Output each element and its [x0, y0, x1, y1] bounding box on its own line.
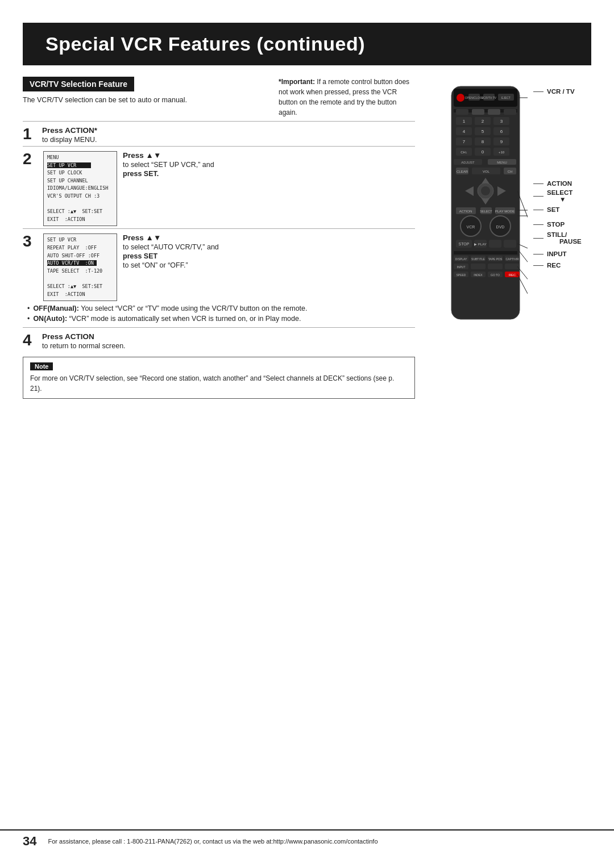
- bullet-on: ON(Auto): “VCR” mode is automatically se…: [23, 315, 415, 323]
- step-4-title: Press ACTION: [42, 332, 415, 341]
- step-2-press-sub1: to select “SET UP VCR,” and: [123, 161, 415, 169]
- label-vcr-tv: VCR / TV: [533, 88, 582, 95]
- step-2: 2 MENU SET UP VCR SET UP CLOCK SET UP CH…: [23, 146, 415, 226]
- step-2-number: 2: [23, 151, 36, 167]
- svg-text:SPEED: SPEED: [457, 273, 466, 277]
- note-text: For more on VCR/TV selection, see “Recor…: [30, 373, 408, 394]
- svg-text:CH↓: CH↓: [460, 151, 467, 154]
- step-2-press-sub2: press SET.: [123, 170, 415, 178]
- important-label: *Important:: [279, 78, 315, 86]
- svg-text:4: 4: [463, 129, 466, 134]
- footer: 34 For assistance, please call : 1-800-2…: [0, 829, 614, 852]
- step-3-screen: SET UP VCR REPEAT PLAY :OFF AUTO SHUT-OF…: [43, 233, 117, 301]
- step-1-number: 1: [23, 126, 36, 142]
- page-number: 34: [23, 834, 36, 849]
- svg-rect-12: [488, 109, 500, 115]
- remote-svg: OPEN/CLOSE VCR/TV·TV EJECT: [443, 85, 528, 324]
- remote-diagram-area: OPEN/CLOSE VCR/TV·TV EJECT: [443, 82, 591, 326]
- svg-text:OPEN/CLOSE: OPEN/CLOSE: [465, 96, 484, 99]
- step-1: 1 Press ACTION* to display MENU.: [23, 121, 415, 144]
- page-title-bar: Special VCR Features (continued): [23, 23, 591, 65]
- svg-text:SUBTITLE: SUBTITLE: [471, 257, 486, 261]
- label-action: ACTION: [533, 180, 582, 187]
- svg-rect-13: [504, 109, 516, 115]
- section-title: VCR/TV Selection Feature: [23, 77, 134, 91]
- svg-text:6: 6: [500, 129, 503, 134]
- bullet-off: OFF(Manual): You select “VCR” or “TV” mo…: [23, 304, 415, 312]
- svg-text:GO TO: GO TO: [491, 273, 500, 277]
- step-3-press-sub2: press SET: [123, 252, 415, 260]
- remote-body: OPEN/CLOSE VCR/TV·TV EJECT: [443, 85, 528, 326]
- step-2-screen: MENU SET UP VCR SET UP CLOCK SET UP CHAN…: [43, 151, 117, 226]
- section-subtitle: The VCR/TV selection can be set to auto …: [23, 96, 262, 104]
- step-1-title: Press ACTION*: [42, 126, 415, 135]
- svg-text:DISPLAY: DISPLAY: [455, 257, 467, 261]
- svg-text:MENU: MENU: [497, 161, 507, 164]
- label-select: SELECT▼: [533, 189, 582, 203]
- svg-text:INPUT: INPUT: [457, 265, 466, 269]
- svg-text:7: 7: [463, 139, 466, 144]
- svg-rect-82: [488, 264, 503, 269]
- svg-text:CLEAR: CLEAR: [457, 170, 468, 173]
- svg-rect-10: [456, 109, 468, 115]
- svg-text:CH: CH: [508, 170, 513, 173]
- svg-rect-81: [471, 264, 486, 269]
- svg-rect-68: [489, 240, 501, 248]
- svg-text:CAPT/VIR: CAPT/VIR: [505, 257, 518, 261]
- step-3-press-sub1: to select “AUTO VCR/TV,” and: [123, 243, 415, 251]
- svg-rect-11: [472, 109, 484, 115]
- label-input: INPUT: [533, 251, 582, 257]
- important-note: *Important: If a remote control button d…: [279, 77, 415, 118]
- svg-text:ADJUST: ADJUST: [461, 161, 475, 164]
- svg-text:VCR: VCR: [467, 225, 475, 229]
- label-set: SET: [533, 206, 582, 213]
- step-3-number: 3: [23, 233, 36, 249]
- step-4: 4 Press ACTION to return to normal scree…: [23, 327, 415, 350]
- label-still-pause: STILL/PAUSE: [533, 231, 582, 245]
- step-2-press-title: Press ▲▼: [123, 151, 415, 160]
- svg-text:PLAY MODE: PLAY MODE: [495, 210, 515, 213]
- svg-text:EJECT: EJECT: [501, 96, 511, 99]
- page-title: Special VCR Features (continued): [45, 33, 365, 55]
- right-column: OPEN/CLOSE VCR/TV·TV EJECT: [432, 77, 591, 399]
- step-1-sub: to display MENU.: [42, 136, 415, 144]
- label-stop: STOP: [533, 221, 582, 228]
- svg-text:VOL: VOL: [483, 170, 490, 173]
- svg-text:DVD: DVD: [496, 225, 505, 229]
- svg-point-2: [457, 94, 464, 102]
- step-3-press-sub3: to set “ON” or “OFF.”: [123, 261, 415, 269]
- step-4-number: 4: [23, 332, 36, 348]
- svg-text:▶ PLAY: ▶ PLAY: [474, 243, 487, 246]
- svg-text:ACTION: ACTION: [459, 210, 472, 213]
- step-4-sub: to return to normal screen.: [42, 342, 415, 350]
- bullets-section: OFF(Manual): You select “VCR” or “TV” mo…: [23, 304, 415, 323]
- left-column: VCR/TV Selection Feature The VCR/TV sele…: [23, 77, 432, 399]
- svg-text:2: 2: [482, 119, 484, 124]
- label-rec: REC: [533, 262, 582, 269]
- footer-text: For assistance, please call : 1-800-211-…: [48, 838, 377, 845]
- svg-text:3: 3: [500, 119, 503, 124]
- svg-text:+10: +10: [499, 151, 505, 154]
- svg-text:STOP: STOP: [459, 242, 470, 246]
- svg-text:5: 5: [482, 129, 484, 134]
- svg-text:REC: REC: [509, 273, 516, 277]
- note-label: Note: [30, 362, 53, 370]
- svg-text:INDEX: INDEX: [474, 273, 483, 277]
- svg-text:TAPE POS: TAPE POS: [488, 257, 503, 261]
- step-3-press-title: Press ▲▼: [123, 233, 415, 242]
- step-3: 3 SET UP VCR REPEAT PLAY :OFF AUTO SHUT-…: [23, 228, 415, 301]
- svg-text:9: 9: [500, 139, 503, 144]
- svg-text:VCR/TV·TV: VCR/TV·TV: [482, 96, 497, 99]
- svg-point-53: [481, 186, 490, 195]
- remote-labels-col: VCR / TV ACTION SELECT▼ SET STOP: [533, 82, 582, 270]
- svg-text:8: 8: [482, 139, 484, 144]
- svg-text:SELECT: SELECT: [480, 210, 492, 213]
- svg-rect-69: [504, 240, 516, 248]
- svg-text:0: 0: [482, 149, 484, 155]
- note-box: Note For more on VCR/TV selection, see “…: [23, 357, 415, 399]
- svg-text:1: 1: [463, 119, 466, 124]
- svg-rect-70: [454, 251, 517, 254]
